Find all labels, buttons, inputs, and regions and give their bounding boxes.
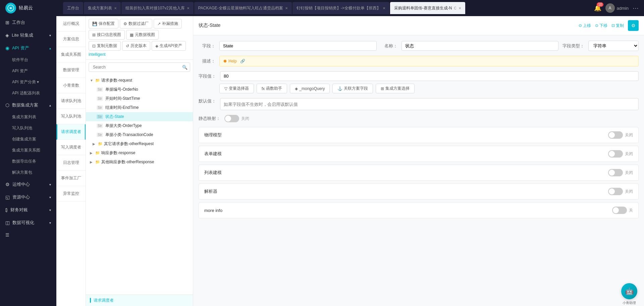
nav-anomaly[interactable]: 异常监控: [56, 186, 86, 202]
sidebar-item-resources[interactable]: ◱ 资源中心 ▾: [0, 191, 56, 204]
variable-selector-button[interactable]: ▽ 变量选择器: [219, 84, 254, 93]
tab-integration-list[interactable]: 集成方案列表 ✕: [84, 2, 121, 14]
mongo-query-button[interactable]: ◈ _mongoQuery: [290, 84, 330, 93]
save-config-button[interactable]: 💾 保存配置: [89, 19, 118, 29]
sidebar-item-api-asset[interactable]: API 资产: [12, 65, 56, 77]
switch-control[interactable]: [224, 115, 239, 122]
name-input[interactable]: [401, 41, 559, 51]
section-header-list[interactable]: 列表建模 关闭: [199, 165, 638, 180]
tree-node-otherrequest[interactable]: ▶ 📁 其它请求参数-otherRequest: [86, 139, 193, 148]
sidebar-item-solution-package[interactable]: 解决方案包: [12, 167, 56, 178]
tab-dingding[interactable]: 钉钉报销【项目报销类】->全蝶付款单【班西】 ✕: [292, 2, 389, 14]
sidebar-item-dataviz[interactable]: ◫ 数据可视化 ▾: [0, 216, 56, 229]
tab-close-icon[interactable]: ✕: [285, 6, 288, 10]
nav-request-queue[interactable]: 请求队列池: [56, 93, 86, 109]
nav-query[interactable]: 小青查数: [56, 78, 86, 93]
sidebar-item-ops[interactable]: ⚙ 运维中心 ▾: [0, 178, 56, 191]
sidebar-item-finance[interactable]: ₿ 财务对账 ▾: [0, 204, 56, 216]
nav-overview[interactable]: 运行概况: [56, 16, 86, 32]
tab-close-icon[interactable]: ✕: [114, 6, 117, 10]
user-menu[interactable]: A admin: [605, 3, 629, 13]
list-toggle[interactable]: 关闭: [608, 169, 633, 176]
tree-node-endtime[interactable]: Str 结束时间-EndTime: [86, 103, 193, 112]
switch-control[interactable]: [612, 207, 627, 214]
meta-view-button[interactable]: ▦ 元数据视图: [126, 30, 159, 40]
expand-icon[interactable]: ▶: [93, 142, 97, 146]
switch-control[interactable]: [608, 150, 623, 158]
nav-event-factory[interactable]: 事件加工厂: [56, 171, 86, 186]
tab-reload-icon[interactable]: ✕: [459, 6, 461, 10]
search-input[interactable]: [89, 62, 190, 72]
move-down-button[interactable]: ⊙ 下移: [595, 23, 607, 29]
field-input[interactable]: [219, 41, 377, 51]
data-filter-button[interactable]: ⚙ 数据过滤厂: [120, 19, 152, 29]
sidebar-item-lite[interactable]: ◈ Lite 轻集成 ▾: [0, 29, 56, 42]
history-button[interactable]: ↺ 历史版本: [122, 41, 150, 51]
tab-close-icon[interactable]: ✕: [187, 6, 190, 10]
section-header-parser[interactable]: 解析器 关闭: [199, 184, 638, 199]
sidebar-item-relation-graph[interactable]: 集成方案关系图: [12, 145, 56, 156]
nav-logs[interactable]: 日志管理: [56, 155, 86, 171]
form-toggle[interactable]: 关闭: [608, 150, 633, 158]
type-select[interactable]: 字符串 数字 布尔值 对象 数组: [588, 41, 639, 51]
tab-assembly[interactable]: 组装折扣入库对接107v2其他入库 ✕: [121, 2, 194, 14]
sidebar-item-export-tasks[interactable]: 数据导出任务: [12, 156, 56, 167]
field-value-input[interactable]: [220, 71, 639, 81]
tree-node-request[interactable]: ▼ 📁 请求参数-request: [86, 76, 193, 85]
tree-node-transactioncode[interactable]: Str 单据小类-TransactionCode: [86, 130, 193, 139]
nav-write-queue[interactable]: 写入队列池: [56, 109, 86, 124]
sidebar-item-api-classify[interactable]: API 资产分类 ▾: [12, 77, 56, 88]
nav-request-scheduler[interactable]: 请求调度者: [56, 124, 86, 140]
move-up-button[interactable]: ⊙ 上移: [579, 23, 591, 29]
switch-control[interactable]: [608, 131, 623, 139]
static-map-toggle[interactable]: 关闭: [224, 115, 249, 122]
physics-toggle[interactable]: 关闭: [608, 131, 633, 139]
tree-node-orderno[interactable]: Str 单据编号-OrderNo: [86, 85, 193, 94]
notification-bell[interactable]: 🔔 10: [594, 4, 601, 12]
tree-node-response[interactable]: ▶ 📁 响应参数-response: [86, 148, 193, 158]
section-header-form[interactable]: 表单建模 关闭: [199, 146, 638, 162]
integration-select-button[interactable]: ⊞ 集成方案选择: [376, 84, 415, 93]
expand-icon[interactable]: ▼: [90, 79, 94, 82]
sidebar-item-software[interactable]: 软件平台: [12, 54, 56, 65]
sidebar-item-write-queue[interactable]: 写入队列池: [12, 123, 56, 134]
nav-data-mgmt[interactable]: 数据管理: [56, 62, 86, 78]
parser-toggle[interactable]: 关闭: [608, 188, 633, 195]
nav-relation-graph[interactable]: 集成关系图: [56, 47, 86, 62]
sidebar-item-more[interactable]: ☰: [0, 229, 56, 241]
sidebar-item-data-integration[interactable]: ⬡ 数据集成方案 ▴: [0, 99, 56, 112]
tree-node-starttime[interactable]: Str 开始时间-StartTime: [86, 94, 193, 103]
gen-api-button[interactable]: ◈ 生成API资产: [152, 41, 186, 51]
tree-node-state[interactable]: Str 状态-State: [86, 112, 193, 121]
tab-close-icon[interactable]: C: [454, 6, 457, 10]
tab-close-icon[interactable]: ✕: [383, 6, 385, 10]
expand-icon[interactable]: ▶: [90, 151, 94, 155]
sidebar-item-api-adapter[interactable]: API 适配器列表: [12, 88, 56, 99]
interface-view-button[interactable]: ⊞ 接口信息视图: [89, 30, 125, 40]
nav-write-scheduler[interactable]: 写入调度者: [56, 140, 86, 155]
switch-control[interactable]: [608, 169, 623, 176]
supplement-button[interactable]: ↗ 补漏措施: [154, 19, 182, 29]
sidebar-item-create-integration[interactable]: 创建集成方案: [12, 134, 56, 145]
tree-node-ordertype[interactable]: Str 单据大类-OrderType: [86, 121, 193, 130]
ai-assistant[interactable]: 🤖 小青助理: [621, 283, 637, 299]
relate-field-button[interactable]: ⚓ 关联方案字段: [332, 84, 373, 93]
tab-purchase[interactable]: 采购退料单固传-赛意直接生成-N C ✕: [390, 2, 465, 14]
sidebar-item-integration-list[interactable]: 集成方案列表: [12, 112, 56, 123]
more-toggle[interactable]: 关: [612, 207, 633, 214]
tab-package[interactable]: PACKAGE-全蝶云星展物料写入旺占通货品档案 ✕: [194, 2, 292, 14]
sidebar-item-workbench[interactable]: ⊞ 工作台: [0, 16, 56, 29]
section-header-more[interactable]: more info 关: [199, 203, 638, 218]
default-value-input[interactable]: [220, 98, 639, 110]
switch-control[interactable]: [608, 188, 623, 195]
copy-button[interactable]: ⊡ 复制: [611, 23, 624, 29]
more-icon[interactable]: ⋯: [633, 4, 639, 12]
copy-meta-button[interactable]: ⊡ 复制元数据: [89, 41, 121, 51]
expand-icon[interactable]: ▶: [90, 160, 94, 164]
function-helper-button[interactable]: fx 函数助手: [257, 84, 287, 93]
tab-workbench[interactable]: 工作台: [63, 2, 83, 14]
sidebar-item-api[interactable]: ◉ API 资产 ▴: [0, 42, 56, 54]
section-header-physics[interactable]: 物理模型 关闭: [199, 127, 638, 143]
intelligent-link[interactable]: intelligent: [89, 52, 106, 57]
nav-scheme-info[interactable]: 方案信息: [56, 32, 86, 47]
